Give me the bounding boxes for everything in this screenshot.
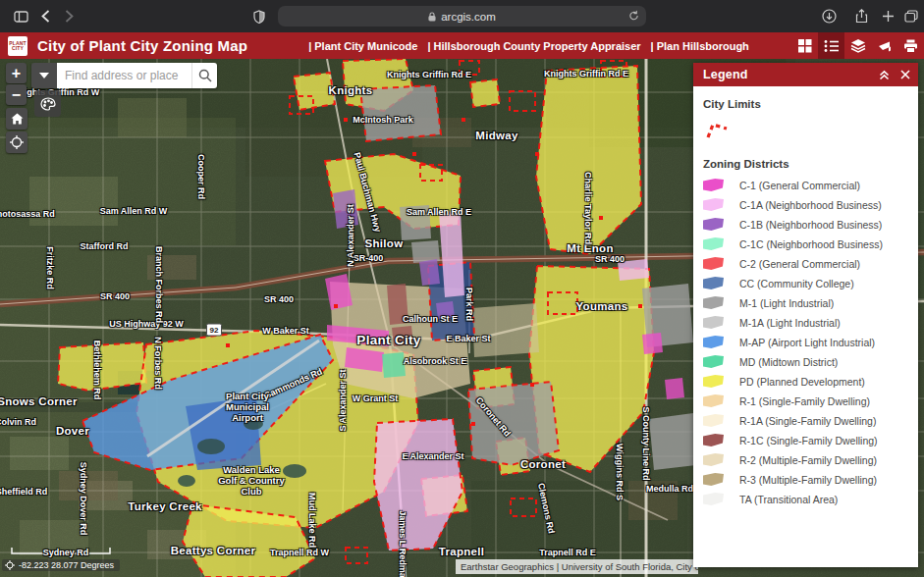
crosshair-icon	[5, 560, 15, 570]
legend-item: M-AP (Airport Light Industrial)	[703, 336, 908, 348]
link-plant-city-municode[interactable]: | Plant City Municode	[308, 40, 417, 52]
link-plan-hillsborough[interactable]: | Plan Hillsborough	[651, 40, 749, 52]
legend-swatch	[703, 336, 724, 348]
legend-item: PD (Planned Development)	[703, 375, 908, 388]
sidebar-toggle-icon[interactable]	[10, 0, 31, 32]
legend-swatch	[703, 434, 724, 446]
legend-item-label: R-3 (Multiple-Family Dwelling)	[739, 474, 877, 486]
collapse-icon[interactable]	[878, 70, 891, 80]
back-button[interactable]	[35, 0, 55, 32]
legend-swatch	[703, 493, 724, 505]
legend-item-label: R-2 (Multiple-Family Dwelling)	[739, 454, 877, 466]
legend-item-label: MD (Midtown District)	[739, 356, 838, 368]
close-icon[interactable]	[900, 70, 910, 79]
zoom-in-button[interactable]: +	[6, 63, 27, 83]
chevron-down-icon	[39, 73, 49, 79]
legend-item-label: R-1C (Single-Family Dwelling)	[739, 435, 878, 446]
legend-swatch	[703, 473, 724, 486]
home-button[interactable]	[6, 108, 27, 130]
map-attribution: Earthstar Geographics | University of So…	[456, 559, 698, 574]
legend-item-label: C-1C (Neighborhood Business)	[739, 238, 883, 250]
new-tab-icon[interactable]	[878, 0, 897, 32]
legend-item: M-1 (Light Industrial)	[703, 296, 908, 309]
zoning-districts-heading: Zoning Districts	[703, 158, 908, 170]
downloads-icon[interactable]	[818, 0, 840, 32]
url-text: arcgis.com	[441, 11, 496, 23]
legend-item-label: C-1A (Neighborhood Business)	[739, 199, 882, 211]
legend-panel: Legend City Limits Zoning Districts C-1 …	[693, 63, 918, 567]
search-icon	[198, 69, 212, 82]
header-links: | Plant City Municode | Hillsborough Cou…	[308, 40, 749, 52]
locate-icon	[10, 135, 24, 149]
forward-button[interactable]	[59, 0, 79, 32]
page-title: City of Plant City Zoning Map	[37, 37, 247, 54]
coordinates-readout: -82.223 28.077 Degrees	[2, 559, 120, 571]
basemap-draw-button[interactable]	[34, 90, 61, 117]
legend-panel-header[interactable]: Legend	[693, 63, 918, 86]
lock-icon	[428, 12, 436, 22]
locate-button[interactable]	[6, 131, 27, 153]
legend-swatch	[703, 394, 724, 407]
legend-swatch	[703, 355, 724, 368]
legend-swatch	[703, 179, 724, 191]
legend-item: R-1 (Single-Family Dwelling)	[703, 394, 908, 407]
search-source-dropdown[interactable]	[31, 63, 57, 88]
app-header: PLANTCITY City of Plant City Zoning Map …	[0, 32, 924, 59]
legend-swatch	[703, 316, 724, 329]
search-input[interactable]	[57, 63, 191, 88]
legend-item: TA (Transitional Area)	[703, 493, 908, 505]
city-limits-heading: City Limits	[703, 98, 908, 110]
legend-swatch	[703, 414, 724, 427]
legend-item: MD (Midtown District)	[703, 355, 908, 368]
share-icon[interactable]	[850, 0, 872, 32]
link-property-appraiser[interactable]: | Hillsborough County Property Appraiser	[427, 40, 640, 52]
legend-item-label: R-1 (Single-Family Dwelling)	[739, 395, 870, 407]
zoom-out-button[interactable]: −	[6, 84, 27, 105]
screenshot-root: KnightsMidwayShilowMt EnonYoumansPlant C…	[0, 0, 924, 577]
legend-item: C-2 (General Commercial)	[703, 257, 908, 270]
privacy-shield-icon[interactable]	[249, 0, 269, 32]
legend-item-label: M-1A (Light Industrial)	[739, 317, 841, 329]
legend-swatch	[703, 198, 724, 211]
legend-item: R-1A (Single-Family Dwelling)	[703, 414, 908, 427]
legend-swatch	[703, 296, 724, 309]
legend-item: M-1A (Light Industrial)	[703, 316, 908, 329]
legend-item-label: C-1 (General Commercial)	[739, 180, 860, 191]
legend-item-label: M-1 (Light Industrial)	[739, 297, 834, 309]
refresh-icon[interactable]	[628, 10, 639, 24]
tabs-overview-icon[interactable]	[900, 0, 922, 32]
print-icon[interactable]	[897, 32, 924, 59]
bookmark-icon[interactable]	[871, 32, 897, 59]
legend-title: Legend	[703, 68, 748, 81]
browser-chrome: arcgis.com	[0, 0, 924, 32]
city-limits-symbol	[705, 119, 731, 142]
legend-item-label: CC (Community College)	[739, 278, 854, 289]
legend-item-label: C-1B (Neighborhood Business)	[739, 219, 882, 231]
legend-swatch	[703, 277, 724, 289]
palette-icon	[40, 97, 56, 111]
legend-swatch	[703, 237, 724, 250]
address-bar[interactable]: arcgis.com	[278, 6, 646, 26]
legend-swatch	[703, 375, 724, 388]
legend-item: C-1 (General Commercial)	[703, 179, 908, 191]
legend-item-label: PD (Planned Development)	[739, 376, 865, 388]
search-button[interactable]	[191, 63, 217, 88]
legend-item-label: TA (Transitional Area)	[739, 494, 838, 505]
coordinates-text: -82.223 28.077 Degrees	[19, 560, 114, 570]
legend-swatch	[703, 453, 724, 466]
legend-item: C-1A (Neighborhood Business)	[703, 198, 908, 211]
legend-swatch	[703, 257, 724, 270]
plant-city-logo: PLANTCITY	[8, 36, 27, 56]
legend-item: R-2 (Multiple-Family Dwelling)	[703, 453, 908, 466]
basemap-gallery-icon[interactable]	[791, 32, 818, 59]
legend-swatch	[703, 218, 724, 231]
legend-item: R-3 (Multiple-Family Dwelling)	[703, 473, 908, 486]
layers-icon[interactable]	[844, 32, 871, 59]
legend-item: C-1C (Neighborhood Business)	[703, 237, 908, 250]
legend-item: C-1B (Neighborhood Business)	[703, 218, 908, 231]
header-toolbar	[791, 32, 924, 59]
legend-tool-icon[interactable]	[818, 32, 844, 59]
legend-item-label: M-AP (Airport Light Industrial)	[739, 337, 875, 348]
legend-item: CC (Community College)	[703, 277, 908, 289]
legend-item-label: R-1A (Single-Family Dwelling)	[739, 415, 876, 427]
